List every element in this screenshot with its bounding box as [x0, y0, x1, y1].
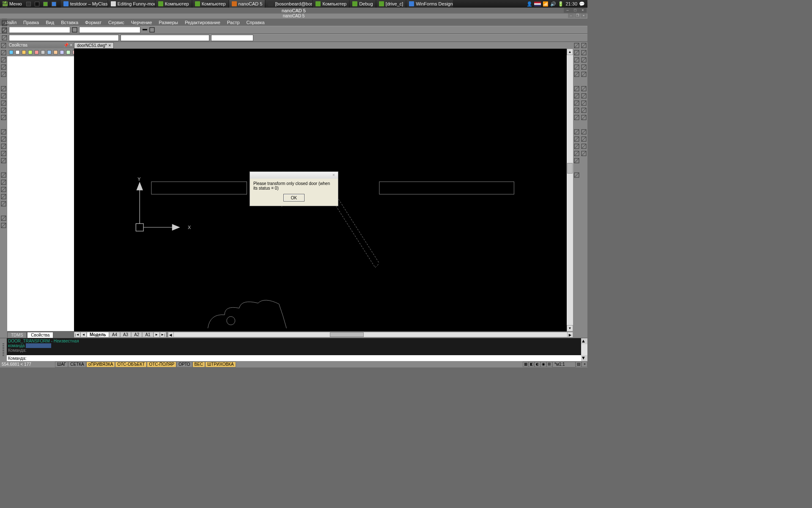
draw-btn-6[interactable]	[0, 92, 7, 99]
draw-btn-8[interactable]	[0, 107, 7, 114]
taskbar-task-2[interactable]: Компьютер	[156, 0, 192, 8]
status-icon-7[interactable]: ⌖	[582, 362, 587, 367]
battery-icon[interactable]: 🔋	[558, 1, 564, 7]
menu-справка[interactable]: Справка	[243, 20, 268, 25]
network-icon[interactable]: 📶	[543, 1, 549, 7]
maximize-button[interactable]: □	[571, 8, 579, 13]
dim-style-dropdown[interactable]	[211, 35, 253, 41]
tab-nav-prev-icon[interactable]: ◄	[80, 332, 87, 337]
mdi-close-button[interactable]: ×	[581, 14, 587, 18]
status-toggle-отс-поляр[interactable]: ОТС-ПОЛЯР	[147, 362, 176, 367]
draw-btn-4[interactable]	[0, 71, 7, 78]
modify-btn-9[interactable]	[573, 114, 580, 121]
modify-btn-5[interactable]	[573, 85, 580, 92]
osnap-btn-13[interactable]	[580, 150, 587, 157]
draw-btn-16[interactable]	[0, 179, 7, 186]
draw-btn-21[interactable]	[0, 222, 7, 229]
properties-close-icon[interactable]: ×	[70, 43, 72, 47]
horizontal-scrollbar[interactable]: ◄ ►	[168, 332, 573, 337]
tab-nav-first-icon[interactable]: |◄	[74, 332, 80, 337]
scale-readout[interactable]: *м1:1	[552, 362, 576, 367]
browser-icon[interactable]	[51, 0, 58, 7]
draw-btn-15[interactable]	[0, 171, 7, 179]
taskbar-task-5[interactable]: [bosonbeard@bos...	[266, 0, 312, 8]
modify-btn-0[interactable]	[573, 42, 580, 49]
status-icon-4[interactable]: ◉	[540, 362, 546, 367]
draw-btn-14[interactable]	[0, 157, 7, 164]
tool2-btn-1[interactable]	[1, 0, 8, 6]
draw-btn-9[interactable]	[0, 114, 7, 121]
modify-btn-3[interactable]	[573, 64, 580, 71]
modify-btn-6[interactable]	[573, 92, 580, 99]
volume-icon[interactable]: 🔊	[550, 1, 556, 7]
layer-prop-icon[interactable]	[71, 26, 78, 33]
linetype-dropdown[interactable]	[79, 27, 140, 33]
coords-readout[interactable]: 554.6881 < 177	[0, 362, 55, 367]
modify-btn-10[interactable]	[573, 128, 580, 135]
status-toggle-шаг[interactable]: ШАГ	[55, 362, 68, 367]
status-toggle-отс-объект[interactable]: ОТС-ОБЪЕКТ	[115, 362, 147, 367]
status-toggle-сетка[interactable]: СЕТКА	[68, 362, 86, 367]
taskbar-task-6[interactable]: Компьютер	[313, 0, 349, 8]
minimize-button[interactable]: –	[564, 8, 571, 13]
osnap-btn-9[interactable]	[580, 114, 587, 121]
prop-tool-2[interactable]	[21, 49, 27, 55]
modify-btn-12[interactable]	[573, 143, 580, 150]
tool2-btn-6[interactable]	[1, 34, 8, 41]
menu-сервис[interactable]: Сервис	[105, 20, 128, 25]
draw-btn-7[interactable]	[0, 99, 7, 107]
modify-btn-2[interactable]	[573, 56, 580, 64]
draw-btn-17[interactable]	[0, 186, 7, 193]
draw-btn-0[interactable]	[0, 42, 7, 49]
tab-properties[interactable]: Свойства	[27, 332, 53, 338]
scroll-up-icon[interactable]: ▲	[567, 49, 573, 55]
scroll-down-icon[interactable]: ▼	[567, 325, 573, 331]
draw-btn-5[interactable]	[0, 85, 7, 92]
style-dropdown[interactable]	[121, 35, 209, 41]
model-tab-a2[interactable]: A2	[131, 332, 142, 337]
draw-btn-18[interactable]	[0, 193, 7, 200]
osnap-btn-1[interactable]	[580, 49, 587, 56]
status-toggle-вес[interactable]: ВЕС	[192, 362, 206, 367]
model-tab-a1[interactable]: A1	[142, 332, 153, 337]
titlebar[interactable]: nanoCAD 5 – □ ×	[0, 8, 587, 14]
color-dropdown[interactable]	[9, 35, 119, 41]
tab-nav-last-icon[interactable]: ►|	[160, 332, 166, 337]
command-scrollbar[interactable]: ▲ ▼	[581, 338, 587, 361]
menu-формат[interactable]: Формат	[82, 20, 105, 25]
annotation-scale-icon[interactable]	[148, 26, 156, 33]
notifications-icon[interactable]: 💬	[579, 1, 585, 7]
menu-правка[interactable]: Правка	[20, 20, 42, 25]
prop-tool-8[interactable]	[59, 49, 65, 55]
status-icon-3[interactable]: ◐	[535, 362, 540, 367]
osnap-btn-7[interactable]	[580, 99, 587, 107]
draw-btn-13[interactable]	[0, 150, 7, 157]
osnap-btn-10[interactable]	[580, 128, 587, 135]
prop-tool-3[interactable]	[27, 49, 33, 55]
osnap-btn-2[interactable]	[580, 56, 587, 64]
draw-btn-2[interactable]	[0, 56, 7, 64]
properties-pin-icon[interactable]: 📌	[63, 43, 69, 47]
prop-tool-1[interactable]	[14, 49, 21, 55]
close-button[interactable]: ×	[579, 8, 587, 13]
clock[interactable]: 21:30	[565, 1, 577, 6]
prop-tool-9[interactable]	[65, 49, 71, 55]
status-icon-6[interactable]: ▤	[576, 362, 582, 367]
draw-btn-19[interactable]	[0, 200, 7, 207]
modify-btn-13[interactable]	[573, 150, 580, 157]
status-icon-5[interactable]: ⊞	[546, 362, 552, 367]
osnap-btn-3[interactable]	[580, 64, 587, 71]
dialog-titlebar[interactable]: ×	[250, 172, 338, 179]
menu-черчение[interactable]: Черчение	[128, 20, 156, 25]
osnap-btn-5[interactable]	[580, 85, 587, 92]
modify-btn-15[interactable]	[573, 171, 580, 179]
cmd-scroll-down-icon[interactable]: ▼	[581, 355, 587, 361]
scroll-thumb-v[interactable]	[567, 163, 573, 174]
status-toggle-штриховка[interactable]: ШТРИХОВКА	[205, 362, 236, 367]
taskbar-task-1[interactable]: Editing Funny-mod...	[108, 0, 155, 8]
osnap-btn-12[interactable]	[580, 143, 587, 150]
modify-btn-8[interactable]	[573, 107, 580, 114]
show-desktop-icon[interactable]	[25, 0, 32, 7]
document-tab-close-icon[interactable]: ×	[109, 43, 111, 48]
vertical-scrollbar[interactable]: ▲ ▼	[567, 49, 573, 331]
